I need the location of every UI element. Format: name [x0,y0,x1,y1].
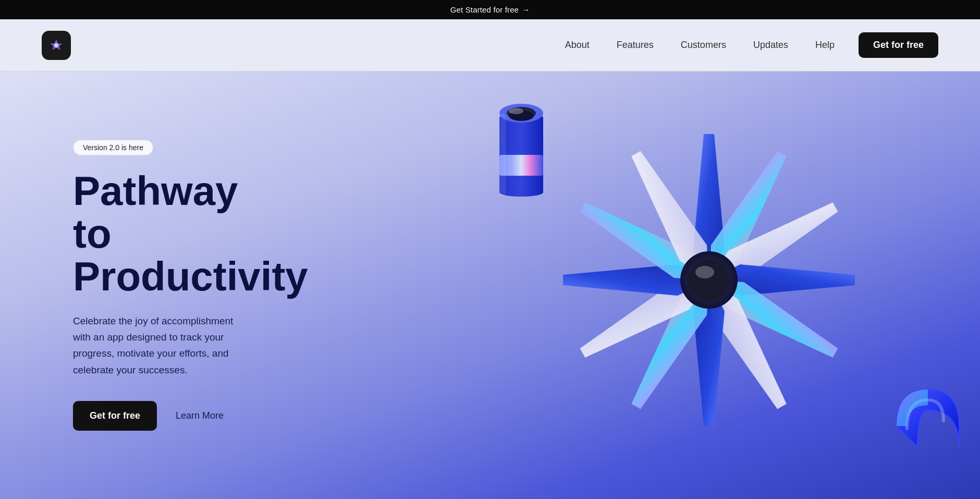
nav-help[interactable]: Help [804,35,846,55]
nav-customers[interactable]: Customers [669,35,738,55]
svg-rect-6 [499,155,543,176]
nav-features[interactable]: Features [605,35,665,55]
hero-title-line1: Pathway to [73,168,238,257]
nav-updates[interactable]: Updates [742,35,800,55]
hero-content: Version 2.0 is here Pathway to Productiv… [0,98,323,472]
nav-cta-button[interactable]: Get for free [859,32,938,58]
svg-point-7 [499,104,543,123]
nav-logo[interactable] [42,31,71,60]
navbar: About Features Customers Updates Help Ge… [0,19,980,71]
cylinder-decoration [499,104,543,197]
hero-title-line2: Productivity [73,253,308,299]
banner-arrow: → [522,5,530,14]
pinwheel-decoration [563,134,855,426]
nav-about[interactable]: About [554,35,601,55]
hero-3d-area [407,71,980,499]
version-badge: Version 2.0 is here [73,140,153,155]
hero-secondary-button[interactable]: Learn More [169,405,230,427]
svg-rect-11 [499,113,506,197]
banner-text: Get Started for free [450,5,519,14]
svg-point-9 [509,111,534,121]
svg-point-4 [695,266,714,278]
svg-point-8 [507,107,536,119]
logo-icon [47,36,65,54]
hero-buttons: Get for free Learn More [73,401,250,431]
svg-point-3 [688,259,730,301]
svg-point-10 [509,108,523,114]
hero-title: Pathway to Productivity [73,170,250,298]
hero-3d-svg [407,71,980,499]
curved-decoration [897,390,959,447]
svg-point-1 [54,43,58,47]
hero-description: Celebrate the joy of accomplishment with… [73,313,250,378]
cylinder-tilt [464,94,541,193]
nav-links: About Features Customers Updates Help Ge… [554,32,938,58]
top-banner[interactable]: Get Started for free→ [0,0,980,19]
svg-point-2 [680,251,738,309]
hero-section: Version 2.0 is here Pathway to Productiv… [0,71,980,499]
svg-rect-5 [499,113,543,197]
hero-primary-button[interactable]: Get for free [73,401,157,431]
